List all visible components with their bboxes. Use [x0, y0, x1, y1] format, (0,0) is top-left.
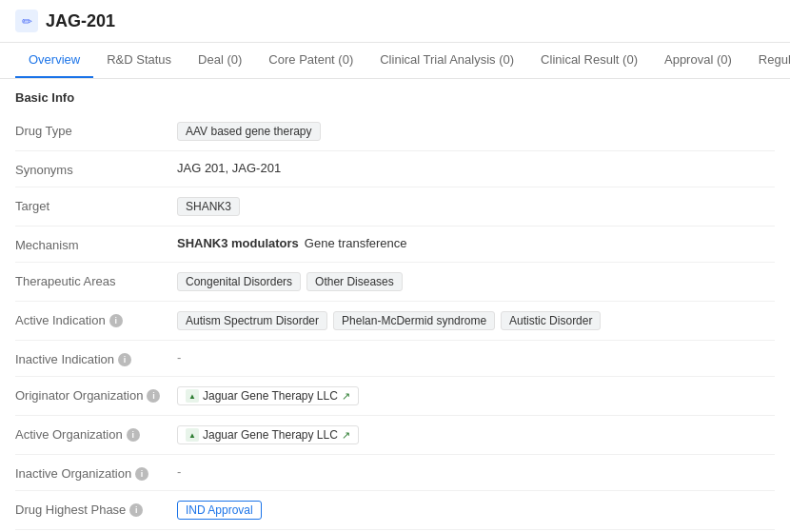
field-active-org: Active Organization i ▲ Jaguar Gene Ther…	[15, 416, 775, 455]
main-content: Basic Info Drug Type AAV based gene ther…	[0, 79, 790, 532]
active-org-tag[interactable]: ▲ Jaguar Gene Therapy LLC ↗	[177, 425, 359, 444]
field-mechanism: Mechanism SHANK3 modulators Gene transfe…	[15, 227, 775, 263]
originator-org-tag[interactable]: ▲ Jaguar Gene Therapy LLC ↗	[177, 386, 359, 405]
label-active-org: Active Organization i	[15, 425, 177, 442]
label-mechanism: Mechanism	[15, 236, 177, 252]
tab-overview[interactable]: Overview	[15, 43, 93, 78]
navigation-tabs: Overview R&D Status Deal (0) Core Patent…	[0, 43, 790, 79]
info-inactive-org-icon[interactable]: i	[135, 467, 148, 481]
label-drug-type: Drug Type	[15, 122, 177, 138]
tab-rd-status[interactable]: R&D Status	[93, 43, 185, 78]
value-synonyms: JAG 201, JAG-201	[177, 161, 775, 175]
page-header: ✏ JAG-201	[0, 0, 790, 43]
field-inactive-org: Inactive Organization i -	[15, 455, 775, 491]
value-inactive-org: -	[177, 464, 775, 479]
label-synonyms: Synonyms	[15, 161, 177, 177]
info-drug-highest-phase-icon[interactable]: i	[129, 503, 143, 517]
info-inactive-indication-icon[interactable]: i	[118, 353, 131, 366]
value-therapeutic-areas: Congenital Disorders Other Diseases	[177, 272, 775, 291]
label-therapeutic-areas: Therapeutic Areas	[15, 272, 177, 288]
label-inactive-indication: Inactive Indication i	[15, 350, 177, 366]
label-active-indication: Active Indication i	[15, 311, 177, 327]
value-target: SHANK3	[177, 197, 775, 216]
indication-tag-3[interactable]: Autistic Disorder	[501, 311, 601, 330]
field-synonyms: Synonyms JAG 201, JAG-201	[15, 151, 775, 187]
tab-clinical-trial-analysis[interactable]: Clinical Trial Analysis (0)	[366, 43, 527, 78]
active-org-logo-icon: ▲	[186, 428, 199, 442]
section-basic-info: Basic Info	[15, 90, 775, 105]
value-originator-org: ▲ Jaguar Gene Therapy LLC ↗	[177, 386, 775, 405]
field-active-indication: Active Indication i Autism Spectrum Diso…	[15, 302, 775, 341]
therapeutic-tag-1[interactable]: Congenital Disorders	[177, 272, 301, 291]
mechanism-value1: SHANK3 modulators	[177, 236, 299, 250]
field-target: Target SHANK3	[15, 187, 775, 227]
edit-icon: ✏	[15, 10, 38, 32]
field-drug-highest-phase: Drug Highest Phase i IND Approval	[15, 491, 775, 530]
label-inactive-org: Inactive Organization i	[15, 464, 177, 481]
mechanism-value2: Gene transference	[305, 236, 407, 250]
label-target: Target	[15, 197, 177, 213]
info-active-org-icon[interactable]: i	[127, 428, 140, 442]
value-active-org: ▲ Jaguar Gene Therapy LLC ↗	[177, 425, 775, 444]
indication-tag-1[interactable]: Autism Spectrum Disorder	[177, 311, 327, 330]
value-drug-highest-phase: IND Approval	[177, 501, 775, 520]
tab-approval[interactable]: Approval (0)	[651, 43, 745, 78]
tab-clinical-result[interactable]: Clinical Result (0)	[527, 43, 651, 78]
value-active-indication: Autism Spectrum Disorder Phelan-McDermid…	[177, 311, 775, 330]
value-inactive-indication: -	[177, 350, 775, 365]
inactive-org-dash: -	[177, 464, 181, 479]
originator-org-link-icon[interactable]: ↗	[342, 390, 350, 403]
indication-tag-2[interactable]: Phelan-McDermid syndrome	[333, 311, 495, 330]
active-org-name: Jaguar Gene Therapy LLC	[203, 428, 338, 442]
tab-deal[interactable]: Deal (0)	[185, 43, 255, 78]
value-mechanism: SHANK3 modulators Gene transference	[177, 236, 775, 250]
inactive-indication-dash: -	[177, 350, 181, 365]
drug-highest-phase-badge[interactable]: IND Approval	[177, 501, 262, 520]
field-inactive-indication: Inactive Indication i -	[15, 341, 775, 377]
info-originator-org-icon[interactable]: i	[147, 389, 160, 403]
therapeutic-tag-2[interactable]: Other Diseases	[306, 272, 403, 291]
org-logo-icon: ▲	[186, 389, 199, 403]
originator-org-name: Jaguar Gene Therapy LLC	[203, 389, 338, 403]
field-therapeutic-areas: Therapeutic Areas Congenital Disorders O…	[15, 263, 775, 302]
tab-core-patent[interactable]: Core Patent (0)	[255, 43, 366, 78]
value-drug-type: AAV based gene therapy	[177, 122, 775, 141]
info-active-indication-icon[interactable]: i	[109, 314, 123, 327]
label-originator-org: Originator Organization i	[15, 386, 177, 403]
active-org-link-icon[interactable]: ↗	[342, 429, 350, 442]
drug-type-tag[interactable]: AAV based gene therapy	[177, 122, 321, 141]
page-title: JAG-201	[46, 11, 115, 31]
target-tag[interactable]: SHANK3	[177, 197, 240, 216]
field-originator-org: Originator Organization i ▲ Jaguar Gene …	[15, 377, 775, 416]
label-drug-highest-phase: Drug Highest Phase i	[15, 501, 177, 517]
field-drug-type: Drug Type AAV based gene therapy	[15, 112, 775, 151]
tab-regulation[interactable]: Regulation (0)	[745, 43, 790, 78]
